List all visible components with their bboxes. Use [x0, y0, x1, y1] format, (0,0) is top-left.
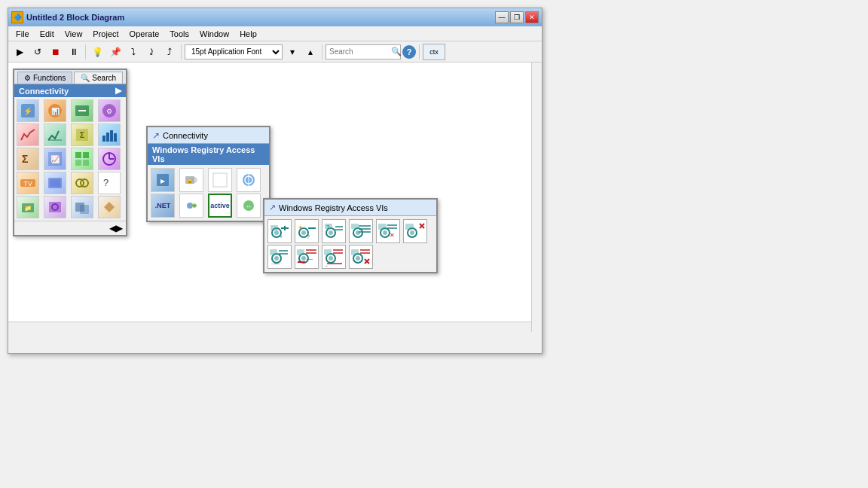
- font-size-down[interactable]: ▾: [284, 44, 301, 60]
- search-input[interactable]: [329, 47, 390, 56]
- palette-icon-8[interactable]: [98, 124, 121, 146]
- menu-help[interactable]: Help: [235, 29, 261, 39]
- palette-icon-17[interactable]: 📁: [17, 196, 39, 218]
- highlight-button[interactable]: 💡: [89, 44, 105, 60]
- tab-search[interactable]: 🔍 Search: [74, 72, 123, 84]
- tab-search-label: Search: [92, 74, 116, 82]
- palette-icon-2[interactable]: 📊: [44, 99, 66, 122]
- font-select[interactable]: 15pt Application Font: [185, 44, 283, 59]
- menu-tools[interactable]: Tools: [165, 29, 194, 39]
- palette-icon-16[interactable]: ?: [98, 172, 121, 194]
- svg-text:☀: ☀: [298, 224, 303, 231]
- reg-icon-enum-keys[interactable]: [349, 219, 373, 243]
- palette-icon-20[interactable]: [98, 196, 121, 218]
- conn-icon-7[interactable]: active: [208, 194, 232, 218]
- menu-window[interactable]: Window: [195, 29, 234, 39]
- svg-text:⚡: ⚡: [23, 106, 33, 116]
- palette-icon-4[interactable]: ⚙: [98, 99, 121, 122]
- svg-rect-19: [83, 152, 89, 158]
- horizontal-scrollbar[interactable]: [8, 322, 531, 332]
- svg-rect-85: [270, 249, 277, 255]
- palette-icon-15[interactable]: [71, 172, 93, 194]
- font-size-up[interactable]: ▴: [302, 44, 319, 60]
- reg-icon-create-key[interactable]: +: [267, 219, 292, 243]
- step-into-button[interactable]: ⤵: [125, 44, 142, 60]
- step-over-button[interactable]: ⤸: [143, 44, 160, 60]
- palette-icon-19[interactable]: [71, 196, 93, 218]
- window-title: Untitled 2 Block Diagram: [26, 13, 492, 22]
- svg-text:?: ?: [307, 234, 310, 239]
- minimize-button[interactable]: —: [495, 11, 509, 23]
- window-controls: — ❒ ✕: [495, 11, 539, 23]
- conn-icon-6[interactable]: [179, 194, 203, 218]
- palette-icon-6[interactable]: [44, 124, 66, 146]
- palette-icon-14[interactable]: [44, 172, 66, 194]
- svg-point-52: [274, 230, 279, 235]
- reg-icon-delete-value[interactable]: [403, 219, 427, 243]
- reg-icon-query-value[interactable]: ?: [322, 219, 346, 243]
- palette-icon-10[interactable]: 📈: [44, 148, 66, 170]
- palette-icon-1[interactable]: ⚡: [17, 99, 39, 122]
- reg-icon-close-key[interactable]: [349, 245, 373, 269]
- menu-view[interactable]: View: [60, 29, 87, 39]
- pause-button[interactable]: ⏸: [66, 44, 82, 60]
- registry-popup-title: Windows Registry Access VIs: [279, 203, 388, 212]
- registry-popup-header: ↗ Windows Registry Access VIs: [264, 200, 436, 216]
- vertical-scrollbar[interactable]: [531, 63, 542, 332]
- tab-functions-label: Functions: [33, 74, 66, 82]
- separator-4: [419, 44, 420, 59]
- close-button[interactable]: ✕: [525, 11, 539, 23]
- functions-palette: ⚙ Functions 🔍 Search Connectivity ▶ ⚡: [13, 69, 127, 236]
- run-button[interactable]: ▶: [11, 44, 28, 60]
- palette-icon-11[interactable]: [71, 148, 93, 170]
- reg-icon-write-value[interactable]: — —: [267, 245, 292, 269]
- svg-rect-13: [110, 130, 113, 142]
- palette-nav-next[interactable]: ▶: [116, 223, 123, 233]
- connectivity-header-icon: ↗: [152, 130, 160, 141]
- palette-nav-prev[interactable]: ◀: [109, 223, 116, 233]
- palette-icon-9[interactable]: Σ: [17, 148, 39, 170]
- svg-rect-92: [297, 249, 304, 255]
- conn-icon-2[interactable]: 🔒: [179, 168, 203, 192]
- palette-arrow[interactable]: ▶: [115, 86, 121, 96]
- palette-icon-7[interactable]: Σ: [71, 124, 93, 146]
- svg-rect-76: [378, 224, 387, 230]
- svg-rect-14: [114, 133, 117, 142]
- svg-text:✕: ✕: [390, 232, 395, 239]
- conn-icon-4[interactable]: [237, 168, 261, 192]
- connectivity-popup: ↗ Connectivity Windows Registry Access V…: [146, 126, 270, 222]
- svg-rect-80: [405, 224, 414, 230]
- reg-icon-open-key[interactable]: ☀ ?: [295, 219, 319, 243]
- restore-button[interactable]: ❒: [510, 11, 524, 23]
- palette-icon-5[interactable]: [17, 124, 39, 146]
- menu-bar: File Edit View Project Operate Tools Win…: [8, 26, 542, 41]
- search-box: 🔍: [326, 44, 401, 59]
- palette-icon-18[interactable]: [44, 196, 66, 218]
- search-icon[interactable]: 🔍: [391, 47, 402, 56]
- abort-button[interactable]: ⏹: [47, 44, 64, 60]
- reg-icon-enum-values[interactable]: →: [322, 245, 346, 269]
- conn-icon-5[interactable]: .NET: [151, 194, 175, 218]
- run-continuously-button[interactable]: ↺: [29, 44, 46, 60]
- conn-icon-1[interactable]: ▶: [151, 168, 175, 192]
- tab-functions[interactable]: ⚙ Functions: [17, 72, 72, 84]
- palette-icon-12[interactable]: [98, 148, 121, 170]
- retain-button[interactable]: 📌: [107, 44, 124, 60]
- conn-icon-3[interactable]: [208, 168, 232, 192]
- menu-edit[interactable]: Edit: [35, 29, 59, 39]
- conn-icon-8[interactable]: ↔: [237, 194, 261, 218]
- reg-icon-read-value[interactable]: ✕: [376, 219, 400, 243]
- palette-icon-13[interactable]: TV: [17, 172, 39, 194]
- menu-operate[interactable]: Operate: [125, 29, 164, 39]
- svg-rect-18: [75, 152, 81, 158]
- menu-file[interactable]: File: [11, 29, 34, 39]
- context-button[interactable]: ctx: [423, 44, 445, 60]
- palette-icon-3[interactable]: [71, 99, 93, 122]
- svg-text:📈: 📈: [50, 154, 60, 164]
- svg-text:—: —: [307, 255, 313, 262]
- step-out-button[interactable]: ⤴: [161, 44, 178, 60]
- help-button[interactable]: ?: [402, 45, 416, 59]
- reg-icon-delete-key[interactable]: —: [295, 245, 319, 269]
- svg-text:?: ?: [103, 177, 108, 188]
- menu-project[interactable]: Project: [88, 29, 123, 39]
